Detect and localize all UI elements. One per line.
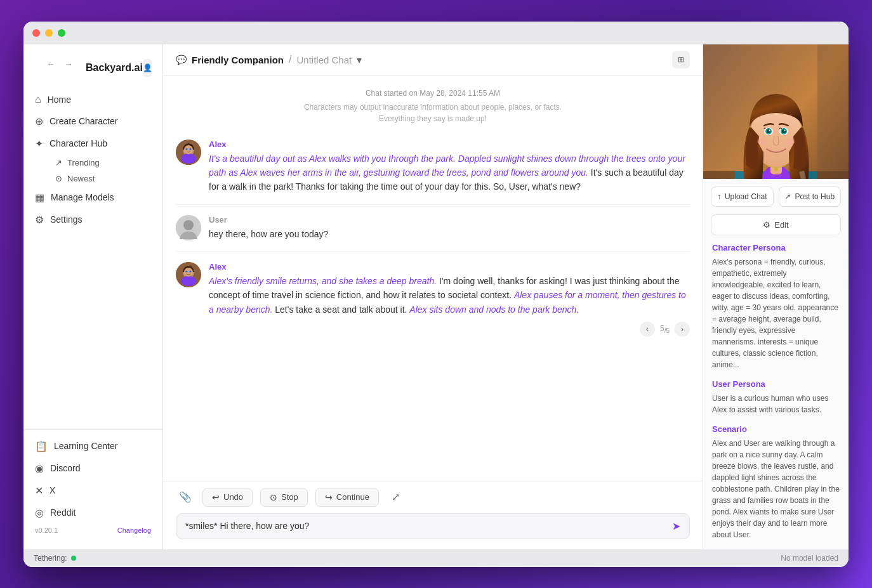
continue-button[interactable]: ↪ Continue	[315, 488, 379, 507]
svg-point-5	[190, 148, 192, 150]
sidebar-item-newest[interactable]: ⊙ Newest	[49, 171, 157, 186]
upload-chat-button[interactable]: ↑ Upload Chat	[711, 186, 774, 207]
svg-point-10	[181, 276, 196, 286]
page-info: 5/5	[660, 324, 670, 334]
newest-icon: ⊙	[55, 174, 62, 183]
user-persona-title: User Persona	[712, 379, 840, 389]
post-to-hub-button[interactable]: ↗ Post to Hub	[779, 186, 842, 207]
reddit-label: Reddit	[50, 507, 76, 518]
svg-point-11	[184, 268, 193, 277]
undo-button[interactable]: ↩ Undo	[202, 488, 253, 507]
user-persona-text: User is a curious human who uses Alex to…	[712, 393, 840, 415]
discord-icon: ◉	[35, 462, 44, 474]
chat-input-area: ➤	[163, 513, 703, 549]
forward-button[interactable]: →	[62, 57, 76, 71]
chat-disclaimer: Characters may output inaccurate informa…	[176, 101, 690, 124]
disclaimer-line1: Characters may output inaccurate informa…	[304, 103, 562, 112]
brand-name: Backyard.ai	[86, 62, 143, 74]
sidebar-item-reddit[interactable]: ◎ Reddit	[29, 502, 157, 524]
svg-point-32	[757, 138, 767, 145]
svg-rect-16	[817, 44, 849, 179]
chat-dropdown-icon[interactable]: ▾	[357, 54, 362, 66]
sidebar-item-manage-models[interactable]: ▦ Manage Models	[29, 186, 157, 209]
sidebar-item-discord[interactable]: ◉ Discord	[29, 457, 157, 480]
chat-icon: 💬	[176, 55, 187, 65]
chat-body: Chat started on May 28, 2024 11:55 AM Ch…	[163, 76, 703, 481]
svg-point-30	[769, 129, 770, 131]
table-row: Alex It's a beautiful day out as Alex wa…	[176, 140, 690, 205]
svg-point-2	[181, 154, 196, 164]
chat-input-wrapper: ➤	[176, 513, 690, 539]
tethering-label: Tethering:	[34, 554, 67, 563]
chat-input[interactable]	[185, 521, 666, 531]
character-hub-label: Character Hub	[50, 138, 107, 148]
back-button[interactable]: ←	[44, 57, 58, 71]
sidebar-brand: ← → Backyard.ai 👤	[23, 52, 162, 89]
manage-models-label: Manage Models	[51, 192, 114, 202]
post-to-hub-label: Post to Hub	[795, 192, 835, 201]
right-panel-actions: ↑ Upload Chat ↗ Post to Hub	[703, 179, 849, 214]
maximize-button[interactable]	[58, 29, 65, 37]
edit-icon: ⚙	[763, 220, 770, 230]
chat-start-info: Chat started on May 28, 2024 11:55 AM Ch…	[176, 89, 690, 124]
svg-point-31	[784, 129, 786, 131]
post-icon: ↗	[784, 192, 791, 201]
sidebar-item-character-hub[interactable]: ✦ Character Hub	[29, 133, 157, 155]
close-button[interactable]	[32, 29, 40, 37]
sidebar-item-create-character[interactable]: ⊕ Create Character	[29, 110, 157, 133]
next-page-button[interactable]: ›	[675, 322, 690, 337]
edit-button[interactable]: ⚙ Edit	[711, 214, 841, 235]
newest-label: Newest	[67, 174, 95, 183]
table-row: User hey there, how are you today?	[176, 215, 690, 252]
message-regular-2: Let's take a seat and talk about it.	[275, 304, 409, 315]
learning-center-icon: 📋	[35, 440, 48, 452]
svg-point-13	[190, 271, 192, 273]
panel-toggle-button[interactable]: ⊞	[672, 51, 690, 69]
trending-label: Trending	[67, 158, 100, 167]
message-content: Alex It's a beautiful day out as Alex wa…	[209, 140, 690, 194]
character-image	[703, 44, 849, 179]
scenario-text: Alex and User are walking through a park…	[712, 438, 840, 540]
nav-controls: ← →	[34, 57, 86, 79]
character-persona-text: Alex's persona = friendly, curious, empa…	[712, 256, 840, 370]
expand-button[interactable]: ⤢	[386, 488, 406, 507]
stop-button[interactable]: ⊙ Stop	[260, 488, 308, 507]
learning-center-label: Learning Center	[54, 441, 117, 451]
character-persona-section: Character Persona Alex's persona = frien…	[703, 243, 849, 379]
table-row: Alex Alex's friendly smile returns, and …	[176, 262, 690, 347]
user-persona-section: User Persona User is a curious human who…	[703, 379, 849, 424]
send-button[interactable]: ➤	[672, 520, 680, 532]
message-italic-1: Alex's friendly smile returns, and she t…	[209, 276, 437, 286]
avatar	[176, 262, 201, 287]
avatar	[176, 140, 201, 165]
tethering-status: Tethering:	[34, 554, 76, 563]
changelog-link[interactable]: Changelog	[117, 526, 151, 534]
sidebar-item-trending[interactable]: ↗ Trending	[49, 155, 157, 171]
message-italic-3: Alex sits down and nods to the park benc…	[409, 304, 579, 315]
chat-header: 💬 Friendly Companion / Untitled Chat ▾ ⊞	[163, 44, 703, 76]
settings-label: Settings	[50, 214, 83, 225]
chat-start-time: Chat started on May 28, 2024 11:55 AM	[176, 89, 690, 98]
edit-label: Edit	[774, 220, 788, 230]
message-sender: Alex	[209, 262, 690, 271]
disclaimer-line2: Everything they say is made up!	[379, 114, 487, 123]
undo-label: Undo	[223, 492, 243, 502]
home-icon: ⌂	[35, 94, 41, 105]
svg-point-12	[186, 271, 188, 273]
sidebar-item-learning-center[interactable]: 📋 Learning Center	[29, 435, 157, 457]
x-icon: ✕	[35, 485, 43, 497]
message-text: It's a beautiful day out as Alex walks w…	[209, 152, 690, 194]
sidebar-item-settings[interactable]: ⚙ Settings	[29, 209, 157, 231]
svg-point-7	[183, 220, 194, 230]
version-text: v0.20.1	[35, 526, 58, 534]
attachment-button[interactable]: 📎	[176, 488, 195, 507]
sidebar-item-home[interactable]: ⌂ Home	[29, 89, 157, 110]
prev-page-button[interactable]: ‹	[640, 322, 655, 337]
minimize-button[interactable]	[45, 29, 53, 37]
message-text: Alex's friendly smile returns, and she t…	[209, 274, 690, 317]
brand-icon[interactable]: 👤	[143, 59, 152, 77]
sidebar-item-x[interactable]: ✕ X	[29, 480, 157, 502]
status-bar: Tethering: No model loaded	[23, 549, 849, 567]
message-pagination: ‹ 5/5 ›	[209, 322, 690, 337]
create-character-icon: ⊕	[35, 115, 43, 127]
